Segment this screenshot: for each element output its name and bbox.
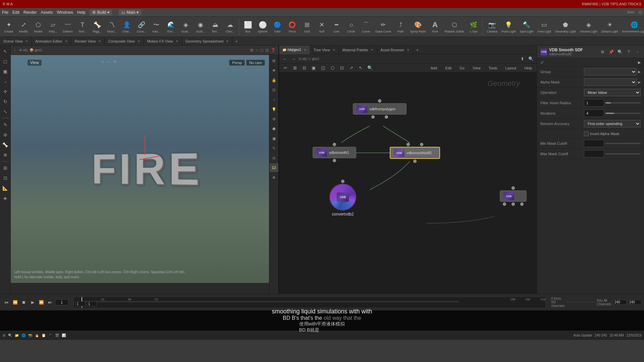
prop-max-mask-input[interactable]	[584, 150, 604, 158]
ne-icon-5[interactable]: ◫	[319, 64, 327, 72]
node-conn-t3b[interactable]	[420, 143, 423, 146]
prop-question-icon[interactable]: ?	[625, 49, 632, 55]
tool-envfx[interactable]: 🌊 Env...	[164, 19, 178, 34]
taskbar-app1[interactable]: 📸	[28, 334, 32, 337]
tl-end-input[interactable]	[613, 300, 627, 305]
tool-box[interactable]: ⬜ Box	[240, 19, 255, 34]
tool-env-light[interactable]: 🌐 Environment Light	[620, 19, 644, 34]
tool-modify[interactable]: ⤢ Modify	[16, 19, 31, 34]
tool-rigg[interactable]: 🦴 Rigg...	[90, 19, 105, 34]
sidebar-bone[interactable]: ⊗	[1, 150, 10, 159]
sidebar-group[interactable]: ⊡	[1, 174, 10, 182]
tool-cloud[interactable]: ☁ Clou...	[223, 19, 237, 34]
prop-group-dropdown[interactable]	[584, 68, 637, 75]
sidebar-view[interactable]: ◻	[1, 57, 10, 66]
timeline-track[interactable]: 1 24 48 72 168 192 216	[74, 297, 546, 308]
tool-guide[interactable]: ◈ Guid...	[178, 19, 193, 34]
prop-iterations-slider[interactable]	[605, 113, 641, 114]
vr-icon-8[interactable]: ⬟	[270, 124, 278, 133]
tool-poly[interactable]: ▱ Poly...	[46, 19, 60, 34]
taskbar-chrome[interactable]: 🌐	[21, 334, 25, 337]
ne-menu-go[interactable]: Go	[458, 65, 467, 71]
tl-start-input[interactable]	[75, 301, 86, 306]
move-tool-icon[interactable]: ↔	[107, 60, 111, 64]
prop-search-icon[interactable]: 🔍	[616, 49, 623, 55]
menu-file[interactable]: File	[2, 10, 8, 15]
vr-icon-2[interactable]: ✥	[270, 66, 278, 75]
prop-renorm-dropdown[interactable]: First-order upwinding Second-order upwin…	[584, 120, 641, 127]
tool-torus[interactable]: ⭕ Torus	[285, 19, 300, 34]
ne-icon-8[interactable]: ↗	[347, 64, 355, 72]
tool-lsys[interactable]: 🌿 L-Sys	[466, 19, 481, 34]
tab-close-motion[interactable]: ✕	[176, 40, 178, 43]
tool-grid[interactable]: ⊞ Grid	[300, 19, 314, 34]
ne-search[interactable]: 🔍	[527, 55, 535, 63]
tool-hair[interactable]: 〜 Hair...	[149, 19, 164, 34]
node-conn-out-b2[interactable]	[512, 202, 515, 206]
prop-filter-radius-slider[interactable]	[605, 102, 641, 104]
tab-material-palette[interactable]: Material Palette✕	[339, 46, 377, 54]
sidebar-scale[interactable]: ⤡	[1, 107, 10, 116]
prop-max-mask-slider[interactable]	[605, 153, 641, 155]
tool-model[interactable]: ⬡ Model	[31, 19, 46, 34]
tool-musc[interactable]: 〽 Musc...	[105, 19, 119, 34]
sidebar-pose[interactable]: 🦴	[1, 140, 10, 149]
vr-icon-10[interactable]: ✎	[270, 144, 278, 153]
sidebar-paint[interactable]: ▣	[1, 67, 10, 76]
viewport-controls-5[interactable]: ❓	[271, 48, 276, 53]
vr-icon-3[interactable]: 🔒	[270, 76, 278, 84]
ne-icon-7[interactable]: ⊡	[338, 64, 345, 72]
node-conn-out-b1[interactable]	[503, 202, 506, 206]
prop-alpha-arrow[interactable]: ▶	[638, 80, 641, 84]
tool-spray[interactable]: 🎨 Spray Paint	[408, 19, 428, 34]
node-convertvdb2[interactable]: VDB convertvdb2	[329, 180, 356, 217]
node-vdbsmooth1[interactable]: VDB vdbsmooth1	[313, 143, 356, 162]
ne-icon-4[interactable]: ▣	[310, 64, 317, 72]
taskbar-app6[interactable]: 📊	[62, 334, 66, 337]
tool-circle[interactable]: ○ Circle	[344, 19, 359, 34]
main-dropdown[interactable]: ⚏ Main ▾	[119, 9, 141, 15]
node-connector-top-2[interactable]	[333, 143, 336, 146]
vr-icon-4[interactable]: ⊡	[270, 85, 278, 94]
tab-close-mat[interactable]: ✕	[371, 48, 373, 52]
tool-text[interactable]: T Text...	[75, 19, 90, 34]
nocam-button[interactable]: No cam	[246, 60, 265, 66]
viewport-controls-1[interactable]: ⚙	[250, 48, 254, 53]
ne-back[interactable]: ←	[281, 55, 288, 63]
ne-menu-add[interactable]: Add	[429, 65, 439, 71]
ne-icon-1[interactable]: ✂	[282, 64, 289, 72]
viewport-controls-4[interactable]: ⊡	[265, 48, 269, 53]
taskbar-icon-windows[interactable]: ⊞	[3, 334, 5, 337]
menu-help[interactable]: Help	[77, 10, 86, 15]
taskbar-app3[interactable]: 📋	[42, 334, 46, 337]
prop-min-mask-input[interactable]	[584, 140, 604, 147]
vr-icon-1[interactable]: ⊞	[270, 56, 278, 65]
node-conn-b4[interactable]	[413, 160, 417, 163]
taskbar-app2[interactable]: 🔥	[35, 334, 39, 337]
node-conn-b2[interactable]	[385, 115, 388, 119]
node-conn-b3[interactable]	[333, 159, 336, 162]
tl-end2-input[interactable]	[628, 300, 641, 305]
menu-assets[interactable]: Assets	[41, 10, 53, 15]
node-canvas[interactable]: Geometry	[279, 72, 537, 294]
node-conn-t4[interactable]	[341, 180, 344, 183]
sidebar-edit[interactable]: ✎	[1, 120, 10, 129]
ne-icon-6[interactable]: ⬡	[329, 64, 336, 72]
ne-menu-layout[interactable]: Layout	[503, 65, 518, 71]
taskbar-search[interactable]: 🔍	[8, 334, 12, 337]
sidebar-select2[interactable]: ⬦	[1, 77, 10, 86]
tab-close-render[interactable]: ✕	[98, 40, 101, 43]
vr-icon-11[interactable]: ◎	[270, 154, 278, 162]
tl-play[interactable]: ▶	[29, 299, 36, 306]
prop-filter-radius-input[interactable]	[584, 99, 604, 107]
vr-icon-5[interactable]: ○	[270, 95, 278, 104]
prop-iterations-input[interactable]	[584, 110, 604, 117]
sidebar-measure[interactable]: 📐	[1, 184, 10, 192]
sidebar-move[interactable]: ✛	[1, 87, 10, 96]
taskbar-app4[interactable]: 📱	[48, 334, 52, 337]
viewport-arrow-back[interactable]: ←	[13, 48, 17, 52]
prop-gear-icon[interactable]: ⚙	[599, 49, 606, 55]
tool-path[interactable]: ⤴ Path	[393, 19, 408, 34]
tab-scene-view[interactable]: Scene View✕	[0, 37, 32, 46]
sidebar-rotate[interactable]: ↻	[1, 97, 10, 106]
